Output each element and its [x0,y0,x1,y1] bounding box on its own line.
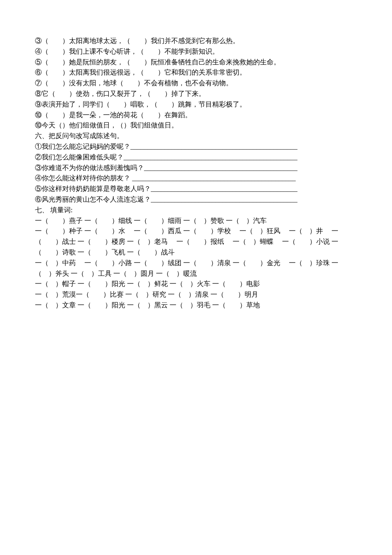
text-line: 一（ ）荒漠一（ ）比赛 一（ ）研究 一（ ）清泉 一（ ）明月 [35,289,357,300]
text-line: ⑥（ ）太阳离我们很远很远，（ ）它和我们的关系非常密切。 [35,67,357,78]
text-line: 七、 填量词: [35,205,357,216]
text-line: ⑦（ ）没有太阳，地球（ ）不会有植物，也不会有动物。 [35,78,357,89]
text-line: ⑨表演开始了，同学们（ ）唱歌，（ ）跳舞，节目精彩极了。 [35,99,357,110]
text-line: ④你怎么能这样对待你的朋友？ _________________________… [35,173,357,184]
text-line: 一（ ）帽子 一（ ）阳光 一（ ）鲜花 一（ ）火车 一（ ）电影 [35,279,357,289]
text-line: ①我们怎么能忘记妈妈的爱呢？__________________________… [35,142,357,152]
document-body: ③（ ）太阳离地球太远，（ ）我们并不感觉到它有那么热。④（ ）我们上课不专心听… [35,36,357,311]
text-line: ⑤（ ）她是阮恒的朋友，（ ）阮恒准备牺牲自己的生命来挽救她的生命。 [35,57,357,68]
text-line: 一（ ）中药 一（ ）小路 一（ ）绒团 一（ ）清泉 一（ ）金光 一（ ）珍… [35,258,357,279]
text-line: ②我们怎么能像困难低头呢？___________________________… [35,152,357,163]
text-line: ⑥风光秀丽的黄山怎不令人流连忘返？_______________________… [35,194,357,205]
text-line: ⑤你这样对待奶奶能算是尊敬老人吗？_______________________… [35,184,357,194]
text-line: ③（ ）太阳离地球太远，（ ）我们并不感觉到它有那么热。 [35,36,357,46]
text-line: 一（ ）燕子 一（ ）细线 一（ ）细雨 一（ ）赞歌 一（ ）汽车 [35,216,357,226]
text-line: ⑧它（ ）使劲，伤口又裂开了，（ ）掉了下来。 [35,89,357,99]
text-line: 一（ ）文章 一（ ）阳光 一（ ）黑云 一（ ）羽毛 一（ ）草地 [35,300,357,311]
text-line: ④（ ）我们上课不专心听讲，（ ）不能学到新知识。 [35,46,357,57]
text-line: ③你难道不为你的做法感到羞愧吗？________________________… [35,163,357,173]
text-line: 六、把反问句改写成陈述句。 [35,131,357,142]
text-line: ⑩（ ）是我一朵，一池的荷花（ ）在舞蹈。 [35,110,357,121]
text-line: 一（ ）种子 一（ ）水 一（ ）西瓜 一（ ）学校 一（ ）狂风 一（ ）井 … [35,226,357,257]
text-line: ⑩今天（）他们组做值日，（）我们组做值日。 [35,120,357,131]
